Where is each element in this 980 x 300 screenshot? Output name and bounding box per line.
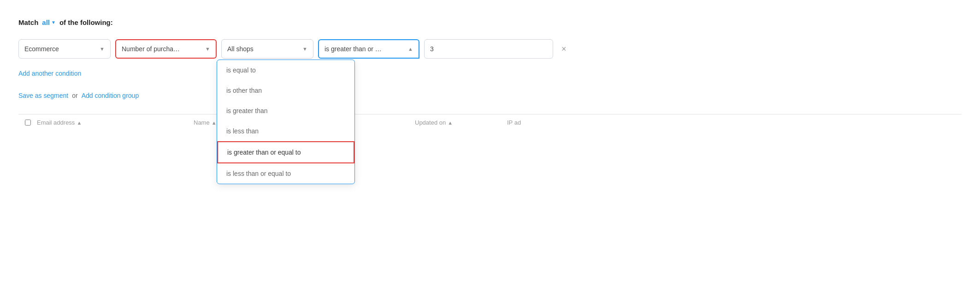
add-group-button[interactable]: Add condition group [82, 92, 139, 99]
col-name-sort-icon: ▲ [212, 120, 217, 126]
save-segment-button[interactable]: Save as segment [18, 92, 68, 99]
shops-dropdown[interactable]: All shops ▼ [221, 39, 313, 59]
number-chevron-icon: ▼ [205, 46, 210, 52]
dropdown-item-equal[interactable]: is equal to [217, 60, 354, 80]
ecommerce-label: Ecommerce [24, 45, 59, 53]
add-condition-button[interactable]: Add another condition [18, 70, 81, 77]
match-all-label: all [42, 18, 50, 26]
ecommerce-dropdown[interactable]: Ecommerce ▼ [18, 39, 111, 59]
col-updated-label: Updated on [415, 119, 446, 126]
match-prefix: Match [18, 18, 38, 26]
page-container: Match all ▼ of the following: Ecommerce … [0, 0, 980, 140]
match-all-chevron-icon: ▼ [51, 20, 56, 25]
number-dropdown[interactable]: Number of purcha… ▼ [115, 39, 217, 59]
dropdown-item-less-equal[interactable]: is less than or equal to [217, 163, 354, 184]
shops-chevron-icon: ▼ [302, 46, 307, 52]
col-email-sort-icon: ▲ [77, 120, 82, 126]
dropdown-item-greater[interactable]: is greater than [217, 101, 354, 121]
condition-row: Ecommerce ▼ Number of purcha… ▼ All shop… [18, 39, 962, 59]
condition-type-label: is greater than or … [325, 45, 382, 53]
match-row: Match all ▼ of the following: [18, 18, 962, 26]
condition-type-dropdown[interactable]: is greater than or … ▲ [318, 39, 419, 59]
dropdown-item-greater-equal[interactable]: is greater than or equal to [217, 141, 354, 163]
close-condition-button[interactable]: × [558, 42, 570, 56]
close-icon: × [561, 44, 567, 54]
col-updated-sort-icon: ▲ [448, 120, 453, 126]
ecommerce-chevron-icon: ▼ [100, 46, 105, 52]
value-input[interactable] [424, 39, 553, 59]
match-all-dropdown[interactable]: all ▼ [42, 18, 56, 26]
dropdown-item-less[interactable]: is less than [217, 121, 354, 141]
table-header: Email address ▲ Name ▲ A ▼ Updated on ▲ … [18, 114, 962, 131]
shops-label: All shops [227, 45, 254, 53]
match-suffix: of the following: [59, 18, 113, 26]
col-email-label: Email address [37, 119, 75, 126]
dropdown-item-other[interactable]: is other than [217, 80, 354, 101]
save-row: Save as segment or Add condition group [18, 92, 962, 99]
select-all-checkbox-wrapper[interactable] [18, 120, 37, 126]
col-header-email[interactable]: Email address ▲ [37, 119, 194, 126]
col-ip-label: IP ad [507, 119, 521, 126]
condition-type-chevron-icon: ▲ [408, 46, 413, 52]
condition-dropdown-menu: is equal to is other than is greater tha… [217, 60, 355, 184]
col-header-updated[interactable]: Updated on ▲ [415, 119, 507, 126]
col-header-ip[interactable]: IP ad [507, 119, 553, 126]
select-all-checkbox[interactable] [25, 120, 31, 126]
or-separator: or [72, 92, 77, 99]
number-label: Number of purcha… [122, 45, 180, 53]
col-name-label: Name [194, 119, 210, 126]
condition-row-wrapper: Ecommerce ▼ Number of purcha… ▼ All shop… [18, 39, 962, 59]
